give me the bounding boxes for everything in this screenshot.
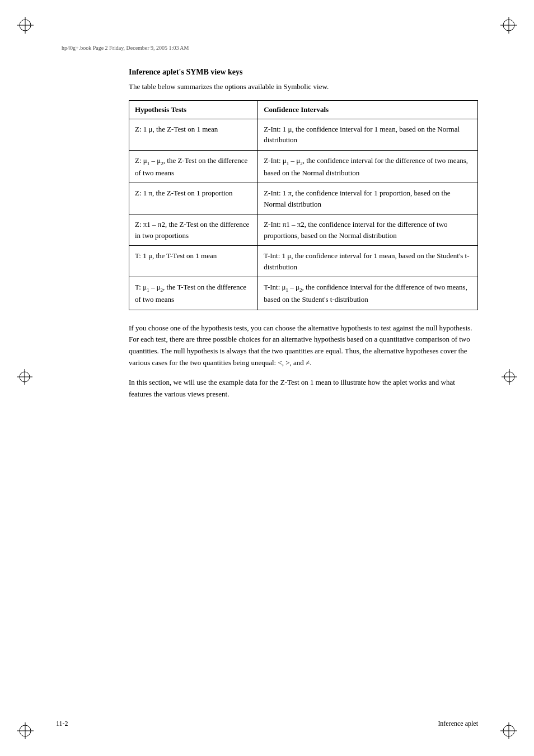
table-cell: Z: 1 μ, the Z-Test on 1 mean <box>129 119 258 150</box>
side-mark-left <box>17 369 32 387</box>
table-cell: Z: μ1 – μ2, the Z-Test on the difference… <box>129 150 258 183</box>
section-label-spacer <box>56 68 129 408</box>
table-cell: Z: 1 π, the Z-Test on 1 proportion <box>129 183 258 214</box>
header-line-text: hp40g+.book Page 2 Friday, December 9, 2… <box>62 45 189 51</box>
table-cell: Z-Int: 1 μ, the confidence interval for … <box>258 119 478 150</box>
section-title: Inference aplet's SYMB view keys <box>129 68 478 77</box>
intro-text: The table below summarizes the options a… <box>129 81 478 92</box>
table-row: Z: 1 μ, the Z-Test on 1 mean Z-Int: 1 μ,… <box>129 119 478 150</box>
header-line: hp40g+.book Page 2 Friday, December 9, 2… <box>56 45 478 51</box>
table-row: Z: μ1 – μ2, the Z-Test on the difference… <box>129 150 478 183</box>
table-cell: T-Int: 1 μ, the confidence interval for … <box>258 246 478 277</box>
section-title-area: Inference aplet's SYMB view keys The tab… <box>56 68 478 408</box>
footer-page-number: 11-2 <box>56 720 68 728</box>
corner-mark-tl <box>17 17 34 34</box>
table-cell: Z-Int: 1 π, the confidence interval for … <box>258 183 478 214</box>
body-paragraph-1: If you choose one of the hypothesis test… <box>129 323 478 369</box>
table-cell: Z: π1 – π2, the Z-Test on the difference… <box>129 214 258 246</box>
table-cell: Z-Int: π1 – π2, the confidence interval … <box>258 214 478 246</box>
table-row: T: μ1 – μ2, the T-Test on the difference… <box>129 277 478 310</box>
inference-table: Hypothesis Tests Confidence Intervals Z:… <box>129 100 478 310</box>
table-row: Z: 1 π, the Z-Test on 1 proportion Z-Int… <box>129 183 478 214</box>
col1-header: Hypothesis Tests <box>129 100 258 119</box>
page: hp40g+.book Page 2 Friday, December 9, 2… <box>0 0 534 756</box>
corner-mark-bl <box>17 722 34 739</box>
table-cell: T: μ1 – μ2, the T-Test on the difference… <box>129 277 258 310</box>
side-mark-right <box>502 369 517 387</box>
body-paragraph-2: In this section, we will use the example… <box>129 377 478 400</box>
table-row: T: 1 μ, the T-Test on 1 mean T-Int: 1 μ,… <box>129 246 478 277</box>
col2-header: Confidence Intervals <box>258 100 478 119</box>
corner-mark-tr <box>500 17 517 34</box>
section-content: Inference aplet's SYMB view keys The tab… <box>129 68 478 408</box>
footer-section-title: Inference aplet <box>438 720 478 728</box>
footer: 11-2 Inference aplet <box>56 720 478 728</box>
table-cell: Z-Int: μ1 – μ2, the confidence interval … <box>258 150 478 183</box>
table-header-row: Hypothesis Tests Confidence Intervals <box>129 100 478 119</box>
corner-mark-br <box>500 722 517 739</box>
table-cell: T-Int: μ1 – μ2, the confidence interval … <box>258 277 478 310</box>
table-cell: T: 1 μ, the T-Test on 1 mean <box>129 246 258 277</box>
table-row: Z: π1 – π2, the Z-Test on the difference… <box>129 214 478 246</box>
